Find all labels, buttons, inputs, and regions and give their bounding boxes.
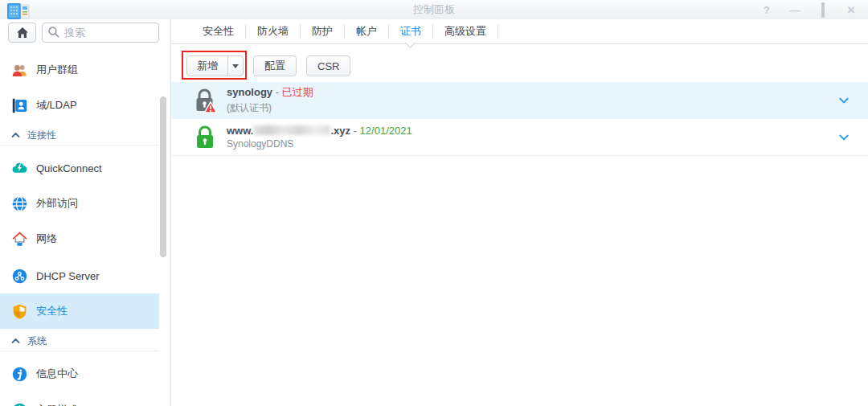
sidebar-section-connectivity[interactable]: 连接性 — [11, 129, 158, 141]
sidebar-item-quickconnect[interactable]: QuickConnect — [11, 158, 158, 178]
divider — [0, 351, 159, 351]
control-panel-window: 控制面板 ? — ✕ — [0, 0, 868, 406]
chevron-up-icon — [11, 338, 20, 344]
theme-palette-icon — [11, 402, 28, 406]
sidebar-item-external-access[interactable]: 外部访问 — [11, 194, 158, 213]
info-icon — [11, 366, 28, 383]
network-home-icon — [11, 231, 28, 248]
titlebar: 控制面板 ? — ✕ — [0, 0, 868, 19]
certificate-row-synology[interactable]: synology - 已过期 (默认证书) — [171, 82, 868, 119]
sidebar-scrollbar[interactable] — [160, 96, 166, 257]
caret-down-icon — [232, 64, 239, 68]
add-button[interactable]: 新增 — [186, 55, 244, 76]
home-icon — [16, 27, 29, 39]
tab-bar: 安全性 防火墙 防护 帐户 证书 高级设置 — [171, 19, 868, 44]
tab-label: 证书 — [400, 25, 421, 37]
lock-warning-icon — [193, 88, 217, 113]
censored-domain-segment — [253, 125, 330, 135]
sidebar-item-dhcp-server[interactable]: DHCP Server — [11, 266, 158, 285]
sidebar-item-security[interactable]: 安全性 — [11, 301, 158, 321]
sidebar-item-domain-ldap[interactable]: 域/LDAP — [11, 96, 158, 115]
close-icon[interactable]: ✕ — [845, 4, 857, 16]
sidebar-item-label: 外部访问 — [36, 196, 78, 211]
toolbar: 新增 配置 CSR — [171, 50, 868, 82]
sidebar-item-label: QuickConnect — [36, 162, 102, 174]
chevron-up-icon — [11, 132, 20, 138]
tab-certificate[interactable]: 证书 — [389, 24, 433, 39]
sidebar-item-theme[interactable]: 主题样式 — [11, 400, 158, 406]
users-icon — [11, 62, 28, 79]
window-title: 控制面板 — [0, 0, 868, 19]
sidebar-item-label: 域/LDAP — [36, 98, 77, 113]
shield-icon — [11, 303, 28, 320]
sidebar-item-label: 信息中心 — [36, 367, 78, 381]
chevron-down-icon[interactable] — [837, 131, 850, 144]
separator: - — [350, 125, 360, 137]
certificate-title: www..xyz - 12/01/2021 — [227, 125, 412, 137]
lock-valid-icon — [193, 125, 217, 150]
search-icon — [47, 26, 60, 39]
globe-icon — [11, 195, 28, 212]
sidebar-item-label: 网络 — [36, 232, 57, 246]
certificate-status-expired: 已过期 — [282, 86, 313, 98]
help-icon[interactable]: ? — [761, 4, 772, 16]
certificate-status-date: 12/01/2021 — [360, 125, 412, 137]
csr-button[interactable]: CSR — [306, 55, 350, 76]
minimize-icon[interactable]: — — [789, 4, 800, 16]
id-badge-icon — [11, 97, 28, 114]
tab-advanced[interactable]: 高级设置 — [433, 24, 498, 39]
configure-button[interactable]: 配置 — [253, 55, 297, 76]
certificate-row-ddns[interactable]: www..xyz - 12/01/2021 SynologyDDNS — [171, 119, 868, 156]
certificate-name: synology — [227, 86, 272, 98]
certificate-name-prefix: www. — [227, 125, 253, 137]
add-button-label: 新增 — [187, 56, 227, 76]
main-panel: 安全性 防火墙 防护 帐户 证书 高级设置 新增 — [171, 19, 868, 406]
certificate-name-suffix: .xyz — [330, 125, 350, 137]
sidebar-item-user-group[interactable]: 用户群组 — [11, 60, 158, 80]
dhcp-icon — [11, 268, 28, 285]
certificate-subtitle: SynologyDDNS — [227, 138, 412, 150]
sidebar-section-system[interactable]: 系统 — [11, 334, 158, 347]
separator: - — [272, 86, 282, 98]
maximize-icon[interactable] — [817, 4, 829, 16]
section-header-label: 连接性 — [27, 129, 56, 142]
sidebar: 用户群组 域/LDAP 连接性 — [0, 19, 171, 406]
sidebar-item-label: 安全性 — [36, 304, 68, 318]
certificate-list: synology - 已过期 (默认证书) — [171, 82, 868, 156]
add-dropdown-button[interactable] — [227, 56, 243, 76]
chevron-down-icon[interactable] — [837, 94, 850, 107]
tab-security[interactable]: 安全性 — [191, 24, 246, 39]
certificate-subtitle: (默认证书) — [227, 101, 313, 115]
section-header-label: 系统 — [27, 334, 47, 348]
sidebar-item-label: DHCP Server — [36, 270, 100, 282]
certificate-title: synology - 已过期 — [227, 85, 313, 100]
sidebar-item-info-center[interactable]: 信息中心 — [11, 364, 158, 383]
divider — [0, 145, 159, 146]
tab-firewall[interactable]: 防火墙 — [246, 24, 301, 39]
home-button[interactable] — [8, 23, 36, 43]
quickconnect-cloud-icon — [11, 160, 28, 177]
sidebar-item-label: 用户群组 — [36, 63, 78, 77]
tab-account[interactable]: 帐户 — [345, 24, 389, 39]
sidebar-item-label: 主题样式 — [36, 403, 78, 406]
tab-protection[interactable]: 防护 — [301, 24, 345, 39]
active-tab-notch — [405, 38, 416, 48]
sidebar-item-network[interactable]: 网络 — [11, 229, 158, 248]
